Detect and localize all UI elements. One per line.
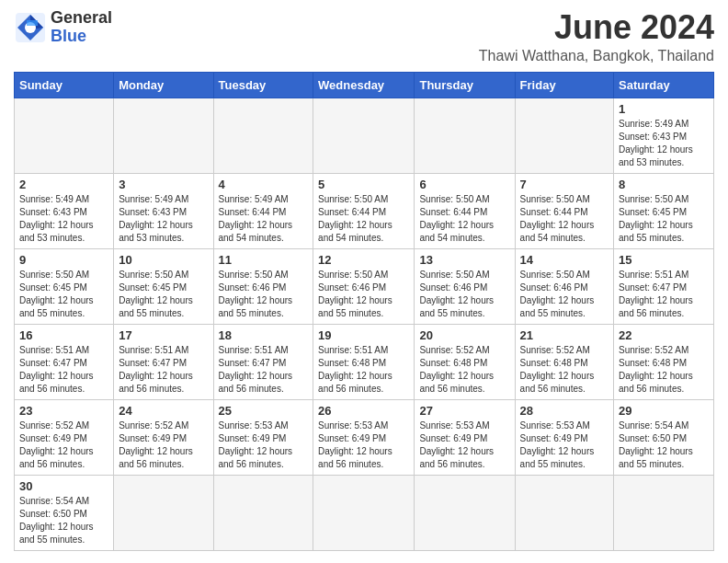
day-info: Sunrise: 5:52 AM Sunset: 6:49 PM Dayligh… [119,419,208,471]
calendar-cell: 12Sunrise: 5:50 AM Sunset: 6:46 PM Dayli… [313,248,415,324]
calendar-cell [313,98,415,173]
day-number: 4 [219,178,309,191]
calendar-cell [415,475,515,550]
day-info: Sunrise: 5:50 AM Sunset: 6:45 PM Dayligh… [619,193,709,245]
day-info: Sunrise: 5:49 AM Sunset: 6:43 PM Dayligh… [119,193,208,245]
calendar-cell: 18Sunrise: 5:51 AM Sunset: 6:47 PM Dayli… [213,324,313,399]
calendar-cell: 17Sunrise: 5:51 AM Sunset: 6:47 PM Dayli… [114,324,213,399]
day-number: 26 [318,404,409,418]
day-number: 6 [419,178,509,191]
day-number: 10 [119,253,208,267]
day-info: Sunrise: 5:53 AM Sunset: 6:49 PM Dayligh… [318,419,409,471]
day-info: Sunrise: 5:51 AM Sunset: 6:47 PM Dayligh… [219,344,309,396]
day-number: 28 [520,404,609,418]
location: Thawi Watthana, Bangkok, Thailand [479,48,714,64]
calendar-cell [213,475,313,550]
day-info: Sunrise: 5:49 AM Sunset: 6:43 PM Dayligh… [19,193,108,245]
calendar-week-4: 23Sunrise: 5:52 AM Sunset: 6:49 PM Dayli… [15,399,714,475]
day-info: Sunrise: 5:50 AM Sunset: 6:44 PM Dayligh… [419,193,509,245]
calendar-cell: 11Sunrise: 5:50 AM Sunset: 6:46 PM Dayli… [213,248,313,324]
calendar-cell: 13Sunrise: 5:50 AM Sunset: 6:46 PM Dayli… [415,248,515,324]
day-number: 3 [119,178,208,191]
day-number: 20 [419,328,509,342]
day-info: Sunrise: 5:52 AM Sunset: 6:48 PM Dayligh… [619,344,709,396]
calendar-cell: 23Sunrise: 5:52 AM Sunset: 6:49 PM Dayli… [15,399,114,475]
calendar-cell: 28Sunrise: 5:53 AM Sunset: 6:49 PM Dayli… [515,399,613,475]
calendar-cell [614,475,714,550]
calendar-cell: 7Sunrise: 5:50 AM Sunset: 6:44 PM Daylig… [515,173,613,248]
logo-icon [14,11,47,44]
calendar-cell: 21Sunrise: 5:52 AM Sunset: 6:48 PM Dayli… [515,324,613,399]
day-info: Sunrise: 5:51 AM Sunset: 6:47 PM Dayligh… [619,269,709,320]
calendar-cell: 1Sunrise: 5:49 AM Sunset: 6:43 PM Daylig… [614,98,714,173]
weekday-header-row: SundayMondayTuesdayWednesdayThursdayFrid… [15,72,714,98]
calendar-cell [114,98,213,173]
weekday-header-tuesday: Tuesday [213,72,313,98]
page: General Blue June 2024 Thawi Watthana, B… [0,0,728,560]
weekday-header-saturday: Saturday [614,72,714,98]
calendar-week-2: 9Sunrise: 5:50 AM Sunset: 6:45 PM Daylig… [15,248,714,324]
logo: General Blue [14,9,112,46]
calendar-cell: 29Sunrise: 5:54 AM Sunset: 6:50 PM Dayli… [614,399,714,475]
weekday-header-monday: Monday [114,72,213,98]
calendar-cell [15,98,114,173]
calendar-cell: 9Sunrise: 5:50 AM Sunset: 6:45 PM Daylig… [15,248,114,324]
calendar-cell: 14Sunrise: 5:50 AM Sunset: 6:46 PM Dayli… [515,248,613,324]
day-number: 14 [520,253,609,267]
day-info: Sunrise: 5:49 AM Sunset: 6:44 PM Dayligh… [219,193,309,245]
day-number: 27 [419,404,509,418]
day-number: 2 [19,178,108,191]
day-info: Sunrise: 5:50 AM Sunset: 6:44 PM Dayligh… [318,193,409,245]
day-number: 11 [219,253,309,267]
day-info: Sunrise: 5:50 AM Sunset: 6:46 PM Dayligh… [520,269,609,320]
day-info: Sunrise: 5:50 AM Sunset: 6:45 PM Dayligh… [19,269,108,320]
day-number: 17 [119,328,208,342]
day-number: 19 [318,328,409,342]
calendar-cell: 6Sunrise: 5:50 AM Sunset: 6:44 PM Daylig… [415,173,515,248]
calendar-cell: 25Sunrise: 5:53 AM Sunset: 6:49 PM Dayli… [213,399,313,475]
calendar-cell: 2Sunrise: 5:49 AM Sunset: 6:43 PM Daylig… [15,173,114,248]
calendar-week-5: 30Sunrise: 5:54 AM Sunset: 6:50 PM Dayli… [15,475,714,550]
day-number: 9 [19,253,108,267]
weekday-header-friday: Friday [515,72,613,98]
day-number: 12 [318,253,409,267]
day-info: Sunrise: 5:50 AM Sunset: 6:44 PM Dayligh… [520,193,609,245]
day-number: 16 [19,328,108,342]
calendar-cell: 15Sunrise: 5:51 AM Sunset: 6:47 PM Dayli… [614,248,714,324]
day-info: Sunrise: 5:51 AM Sunset: 6:48 PM Dayligh… [318,344,409,396]
calendar-cell: 16Sunrise: 5:51 AM Sunset: 6:47 PM Dayli… [15,324,114,399]
calendar-cell: 8Sunrise: 5:50 AM Sunset: 6:45 PM Daylig… [614,173,714,248]
day-number: 30 [19,479,108,493]
day-number: 22 [619,328,709,342]
logo-text: General Blue [51,9,112,46]
day-info: Sunrise: 5:51 AM Sunset: 6:47 PM Dayligh… [119,344,208,396]
calendar-cell: 4Sunrise: 5:49 AM Sunset: 6:44 PM Daylig… [213,173,313,248]
calendar-cell: 10Sunrise: 5:50 AM Sunset: 6:45 PM Dayli… [114,248,213,324]
calendar-cell: 19Sunrise: 5:51 AM Sunset: 6:48 PM Dayli… [313,324,415,399]
calendar-cell: 26Sunrise: 5:53 AM Sunset: 6:49 PM Dayli… [313,399,415,475]
day-number: 1 [619,102,709,116]
calendar-cell: 30Sunrise: 5:54 AM Sunset: 6:50 PM Dayli… [15,475,114,550]
day-number: 8 [619,178,709,191]
day-info: Sunrise: 5:53 AM Sunset: 6:49 PM Dayligh… [219,419,309,471]
day-number: 5 [318,178,409,191]
day-info: Sunrise: 5:54 AM Sunset: 6:50 PM Dayligh… [619,419,709,471]
calendar-cell [213,98,313,173]
calendar-cell: 24Sunrise: 5:52 AM Sunset: 6:49 PM Dayli… [114,399,213,475]
calendar-week-0: 1Sunrise: 5:49 AM Sunset: 6:43 PM Daylig… [15,98,714,173]
day-number: 18 [219,328,309,342]
calendar-cell [515,475,613,550]
calendar-cell [515,98,613,173]
day-number: 13 [419,253,509,267]
day-number: 25 [219,404,309,418]
day-info: Sunrise: 5:51 AM Sunset: 6:47 PM Dayligh… [19,344,108,396]
calendar-cell: 20Sunrise: 5:52 AM Sunset: 6:48 PM Dayli… [415,324,515,399]
calendar-cell: 27Sunrise: 5:53 AM Sunset: 6:49 PM Dayli… [415,399,515,475]
header: General Blue June 2024 Thawi Watthana, B… [14,9,714,64]
weekday-header-thursday: Thursday [415,72,515,98]
day-info: Sunrise: 5:50 AM Sunset: 6:45 PM Dayligh… [119,269,208,320]
day-info: Sunrise: 5:50 AM Sunset: 6:46 PM Dayligh… [419,269,509,320]
calendar-cell [114,475,213,550]
day-number: 23 [19,404,108,418]
calendar-cell [415,98,515,173]
